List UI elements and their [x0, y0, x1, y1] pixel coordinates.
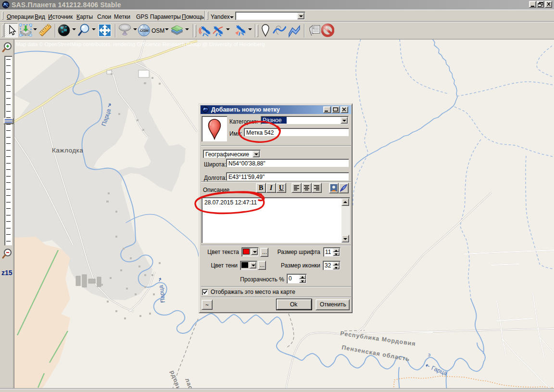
- svg-text:Кажлодка: Кажлодка: [52, 147, 83, 154]
- svg-text:э: э: [428, 352, 430, 357]
- svg-text:OSM: OSM: [140, 28, 149, 33]
